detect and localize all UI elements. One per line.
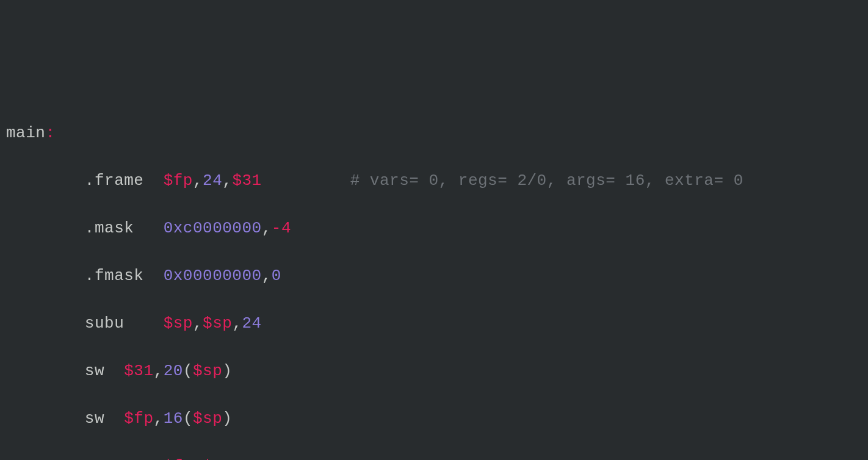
register: $31 [124,362,153,380]
code-line: .mask 0xc0000000,-4 [6,217,862,240]
directive: .frame [85,171,164,190]
colon: : [45,124,55,142]
directive: .fmask [85,267,164,285]
register: $sp [164,314,193,332]
number: 0 [272,267,281,285]
register: $sp [193,362,222,380]
directive: .mask [85,219,164,237]
code-line: .frame $fp,24,$31 # vars= 0, regs= 2/0, … [6,169,862,193]
register: $31 [232,171,261,190]
register: $fp [124,409,153,428]
code-line: move $fp,$sp [6,455,862,460]
register: $sp [203,457,232,460]
register: $fp [164,171,193,190]
register: $fp [164,457,193,460]
label-name: main [6,124,45,142]
code-line: subu $sp,$sp,24 [6,312,862,336]
code-editor[interactable]: main: .frame $fp,24,$31 # vars= 0, regs=… [6,98,862,460]
code-line: .fmask 0x00000000,0 [6,264,862,288]
code-line: sw $31,20($sp) [6,359,862,383]
number: 20 [164,362,183,380]
register: $sp [203,314,232,332]
opcode: sw [85,362,124,380]
opcode: sw [85,409,124,428]
opcode: subu [85,314,164,332]
number: 24 [203,171,222,190]
hex-number: 0xc0000000 [164,219,262,237]
opcode: move [85,457,164,460]
number: 24 [242,314,262,332]
code-line: main: [6,121,862,145]
number: 16 [164,409,183,428]
comment: # vars= 0, regs= 2/0, args= 16, extra= 0 [350,171,743,190]
number: -4 [272,219,291,237]
hex-number: 0x00000000 [164,267,262,285]
code-line: sw $fp,16($sp) [6,407,862,431]
register: $sp [193,409,222,428]
